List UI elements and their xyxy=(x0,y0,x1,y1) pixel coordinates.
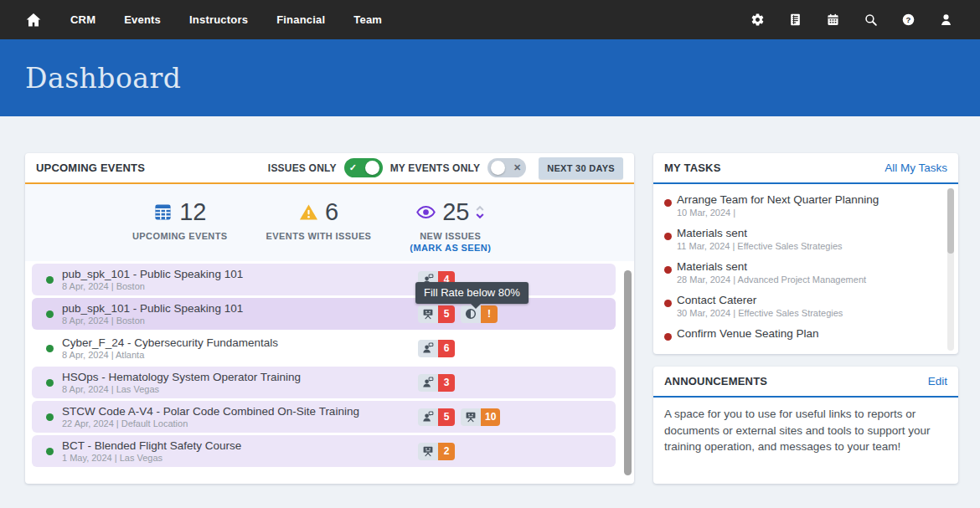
upcoming-events-header: UPCOMING EVENTS ISSUES ONLY ✓ MY EVENTS … xyxy=(25,153,634,184)
event-title: BCT - Blended Flight Safety Course xyxy=(62,439,418,453)
edit-announcements-link[interactable]: Edit xyxy=(928,375,947,387)
task-priority-dot xyxy=(664,233,672,240)
nav-item-events[interactable]: Events xyxy=(124,13,161,26)
my-tasks-header: MY TASKS All My Tasks xyxy=(653,153,958,184)
stat-label: UPCOMING EVENTS xyxy=(132,231,228,241)
event-title: HSOps - Hematology System Operator Train… xyxy=(62,371,418,384)
instructor-badge[interactable]: 3 xyxy=(418,374,455,392)
task-title: Confirm Venue Seating Plan xyxy=(677,326,938,341)
instructor-icon xyxy=(418,340,438,357)
presentation-icon xyxy=(418,443,438,460)
task-priority-dot xyxy=(664,300,672,307)
help-icon[interactable]: ? xyxy=(901,13,916,27)
event-badges: 510 xyxy=(418,408,500,426)
event-status-dot xyxy=(46,345,54,352)
tasks-scrollbar-thumb[interactable] xyxy=(947,188,954,254)
event-row[interactable]: pub_spk_101 - Public Speaking 101 8 Apr,… xyxy=(32,298,616,330)
task-meta: 11 Mar, 2024 | Effective Sales Strategie… xyxy=(677,240,938,253)
issues-only-label: ISSUES ONLY xyxy=(268,162,337,174)
badge-count: 10 xyxy=(481,408,500,426)
svg-text:?: ? xyxy=(906,15,911,24)
task-meta: 10 Mar, 2024 | xyxy=(677,207,938,219)
event-row[interactable]: HSOps - Hematology System Operator Train… xyxy=(32,367,616,398)
presentation-badge[interactable]: 2 xyxy=(418,443,455,460)
event-row[interactable]: STCW Code A-V4 - Polar Code Combined On-… xyxy=(32,401,616,433)
toggle-knob xyxy=(365,161,379,175)
my-events-only-toggle[interactable]: ✕ xyxy=(487,158,526,177)
my-events-only-label: MY EVENTS ONLY xyxy=(390,162,481,174)
upcoming-events-title: UPCOMING EVENTS xyxy=(36,162,145,174)
upcoming-events-count: 12 xyxy=(179,198,206,226)
stat-new-issues: 25 NEW ISSUES (MARK AS SEEN) xyxy=(410,184,491,261)
presentation-badge[interactable]: 5 xyxy=(418,305,455,323)
badge-count: 2 xyxy=(438,443,455,460)
calendar-icon[interactable] xyxy=(826,13,840,27)
task-item[interactable]: Confirm Venue Seating Plan xyxy=(653,324,938,345)
warning-icon xyxy=(299,203,318,222)
task-item[interactable]: Materials sent 28 Mar, 2024 | Advanced P… xyxy=(653,257,938,290)
badge-count: 5 xyxy=(438,408,455,426)
task-priority-dot xyxy=(664,266,672,274)
nav-item-team[interactable]: Team xyxy=(353,13,382,26)
event-meta: 22 Apr, 2024 | Default Location xyxy=(62,418,418,429)
stat-label: EVENTS WITH ISSUES xyxy=(266,231,372,241)
presentation-badge[interactable]: 10 xyxy=(461,408,500,426)
instructor-badge[interactable]: 5 xyxy=(418,408,455,426)
event-badges: 5!Fill Rate below 80% xyxy=(418,305,498,323)
task-item[interactable]: Arrange Team for Next Quarter Planning 1… xyxy=(653,190,938,223)
my-tasks-card: MY TASKS All My Tasks Arrange Team for N… xyxy=(653,153,958,354)
badge-count: 5 xyxy=(438,305,455,323)
instructor-icon xyxy=(418,374,438,392)
task-priority-dot xyxy=(664,333,672,341)
toggle-knob xyxy=(491,161,505,175)
nav-item-financial[interactable]: Financial xyxy=(276,13,325,26)
nav-item-crm[interactable]: CRM xyxy=(70,13,95,26)
event-title: STCW Code A-V4 - Polar Code Combined On-… xyxy=(62,405,418,418)
event-title: pub_spk_101 - Public Speaking 101 xyxy=(62,302,418,316)
eye-icon xyxy=(416,203,436,222)
all-my-tasks-link[interactable]: All My Tasks xyxy=(885,162,947,174)
stat-upcoming-events: 12 UPCOMING EVENTS xyxy=(132,184,228,261)
instructor-badge[interactable]: 6 xyxy=(418,340,455,357)
sort-chevrons-icon[interactable] xyxy=(476,204,484,220)
event-status-dot xyxy=(46,379,54,387)
settings-icon[interactable] xyxy=(750,13,765,27)
announcements-header: ANNOUNCEMENTS Edit xyxy=(653,367,958,398)
presentation-icon xyxy=(418,305,438,323)
main-menu: CRMEventsInstructorsFinancialTeam xyxy=(70,13,382,26)
next-30-days-button[interactable]: NEXT 30 DAYS xyxy=(539,157,623,179)
event-badges: 2 xyxy=(418,443,455,460)
nav-item-instructors[interactable]: Instructors xyxy=(189,13,248,26)
reports-icon[interactable] xyxy=(788,13,802,27)
home-icon[interactable] xyxy=(25,12,42,28)
event-status-dot xyxy=(46,448,54,455)
events-stats: 12 UPCOMING EVENTS 6 EVENTS WITH ISSUES xyxy=(25,184,634,261)
check-icon: ✓ xyxy=(348,162,358,173)
upcoming-events-card: UPCOMING EVENTS ISSUES ONLY ✓ MY EVENTS … xyxy=(25,153,634,484)
event-meta: 8 Apr, 2024 | Boston xyxy=(62,281,418,292)
mark-as-seen-link[interactable]: (MARK AS SEEN) xyxy=(410,243,491,253)
event-meta: 8 Apr, 2024 | Las Vegas xyxy=(62,384,418,395)
event-row[interactable]: BCT - Blended Flight Safety Course 1 May… xyxy=(32,435,616,467)
event-list: pub_spk_101 - Public Speaking 101 8 Apr,… xyxy=(25,261,634,467)
event-row[interactable]: Cyber_F_24 - Cybersecurity Fundamentals … xyxy=(32,332,616,364)
task-item[interactable]: Contact Caterer 30 Mar, 2024 | Effective… xyxy=(653,290,938,324)
task-title: Materials sent xyxy=(677,259,938,274)
nav-utility-icons: ? xyxy=(750,13,953,27)
issues-only-toggle[interactable]: ✓ xyxy=(344,158,383,177)
task-title: Contact Caterer xyxy=(677,293,938,307)
tasks-scrollbar[interactable] xyxy=(947,188,954,351)
top-nav: CRMEventsInstructorsFinancialTeam ? xyxy=(0,0,980,39)
announcements-title: ANNOUNCEMENTS xyxy=(664,375,767,387)
events-scrollbar[interactable] xyxy=(624,270,632,475)
event-badges: 6 xyxy=(418,340,455,357)
event-meta: 1 May, 2024 | Las Vegas xyxy=(62,453,418,464)
task-item[interactable]: Materials sent 11 Mar, 2024 | Effective … xyxy=(653,223,938,257)
page-title: Dashboard xyxy=(25,62,181,95)
event-meta: 8 Apr, 2024 | Atlanta xyxy=(62,350,418,361)
new-issues-count: 25 xyxy=(442,198,469,226)
user-icon[interactable] xyxy=(939,13,953,27)
search-icon[interactable] xyxy=(864,13,878,27)
dashboard-content: UPCOMING EVENTS ISSUES ONLY ✓ MY EVENTS … xyxy=(0,116,980,484)
page-header: Dashboard xyxy=(0,39,980,116)
